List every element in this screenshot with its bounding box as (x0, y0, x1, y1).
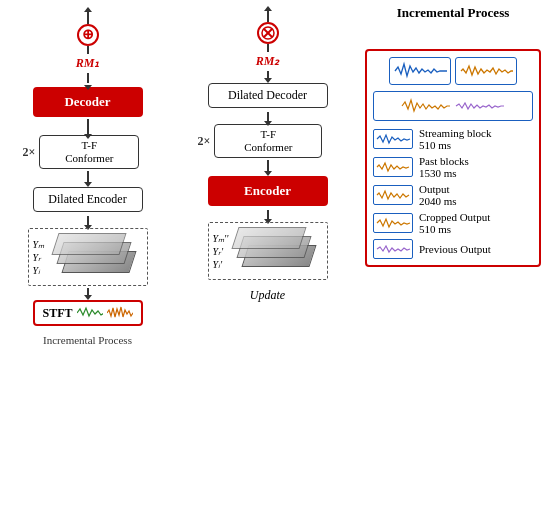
past-waveform-svg (459, 59, 513, 83)
tf-conformer-mid: T-F Conformer (214, 124, 322, 158)
cropped-label: Cropped Output (419, 211, 490, 223)
rm2-circle (257, 22, 279, 44)
matrix-label-yi2: Yᵢ' (213, 259, 231, 270)
streaming-waveform-svg (393, 59, 447, 83)
legend-past-wave (373, 157, 413, 177)
matrix-label-ym2: Yₘ'' (213, 233, 231, 244)
plus-icon: ⊕ (82, 28, 94, 42)
past-label: Past blocks (419, 155, 469, 167)
past-wave-box (455, 57, 517, 85)
rm1-symbol: ⊕ RM₁ (76, 24, 100, 71)
stft-label: STFT (43, 306, 73, 321)
matrix-label-yi: Yᵢ (33, 265, 51, 276)
tf-conformer-left: T-F Conformer (39, 135, 139, 169)
legend-box: Streaming block 510 ms Past blocks 1530 … (365, 49, 541, 267)
legend-previous-wave (373, 239, 413, 259)
past-ms: 1530 ms (419, 167, 469, 179)
matrix-dashed-left: Yₘ Yᵣ Yᵢ (28, 228, 148, 286)
dilated-decoder-box: Dilated Decoder (208, 83, 328, 108)
legend-streaming-wave (373, 129, 413, 149)
output-label: Output (419, 183, 457, 195)
stft-box: STFT (33, 300, 143, 326)
cropped-ms: 510 ms (419, 223, 490, 235)
left-column: ⊕ RM₁ Decoder 2× T-F Conformer (0, 0, 175, 510)
rm2-symbol: RM₂ (256, 22, 280, 69)
output-wave1-svg (401, 95, 451, 117)
legend-output-wave (373, 185, 413, 205)
legend-cropped-wave (373, 213, 413, 233)
rm1-label: RM₁ (76, 56, 100, 71)
decoder-box: Decoder (33, 87, 143, 117)
output-wave2-svg (455, 95, 505, 117)
matrix-label-yr: Yᵣ (33, 252, 51, 263)
rm2-label: RM₂ (256, 54, 280, 69)
previous-label: Previous Output (419, 243, 491, 255)
matrix-label-yr2: Yᵣ' (213, 246, 231, 257)
matrix-dashed-mid: Yₘ'' Yᵣ' Yᵢ' (208, 222, 328, 280)
legend-cropped: Cropped Output 510 ms (373, 211, 533, 235)
two-x-left: 2× (23, 145, 36, 160)
mid-column: RM₂ Dilated Decoder 2× T-F Conformer Enc… (175, 0, 360, 510)
incr-process-title: Incremental Process (365, 5, 541, 21)
rm1-circle: ⊕ (77, 24, 99, 46)
two-x-mid: 2× (198, 134, 211, 149)
cross-circle-icon (261, 26, 275, 40)
streaming-label: Streaming block (419, 127, 491, 139)
legend-streaming: Streaming block 510 ms (373, 127, 533, 151)
legend-output: Output 2040 ms (373, 183, 533, 207)
main-container: ⊕ RM₁ Decoder 2× T-F Conformer (0, 0, 546, 510)
legend-past: Past blocks 1530 ms (373, 155, 533, 179)
streaming-wave-box (389, 57, 451, 85)
stft-waveform-green (77, 305, 104, 321)
update-label: Update (250, 288, 285, 303)
matrix-label-ym: Yₘ (33, 239, 51, 250)
legend-previous: Previous Output (373, 239, 533, 259)
streaming-ms: 510 ms (419, 139, 491, 151)
output-ms: 2040 ms (419, 195, 457, 207)
encoder-box: Encoder (208, 176, 328, 206)
stft-waveform-orange (107, 305, 132, 321)
legend-items: Streaming block 510 ms Past blocks 1530 … (373, 127, 533, 259)
right-column: Incremental Process (360, 0, 546, 510)
dilated-encoder-box: Dilated Encoder (33, 187, 143, 212)
incr-process-left: Incremental Process (43, 334, 132, 346)
